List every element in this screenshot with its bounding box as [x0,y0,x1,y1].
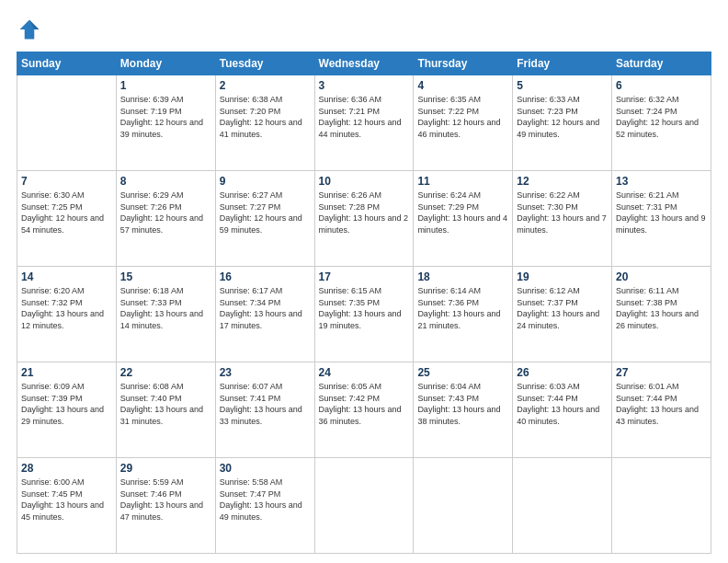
calendar-cell: 5Sunrise: 6:33 AMSunset: 7:23 PMDaylight… [513,75,612,171]
cell-info: Sunrise: 6:11 AMSunset: 7:38 PMDaylight:… [616,285,707,331]
day-number: 5 [517,79,608,92]
cell-info: Sunrise: 6:14 AMSunset: 7:36 PMDaylight:… [417,285,508,331]
calendar-cell: 17Sunrise: 6:15 AMSunset: 7:35 PMDayligh… [314,267,414,362]
cell-info: Sunrise: 6:39 AMSunset: 7:19 PMDaylight:… [120,94,211,140]
calendar-day-header: Monday [116,52,215,75]
calendar-cell: 6Sunrise: 6:32 AMSunset: 7:24 PMDaylight… [612,75,711,171]
day-number: 23 [220,366,311,379]
calendar-cell: 21Sunrise: 6:09 AMSunset: 7:39 PMDayligh… [17,362,117,458]
calendar-cell: 25Sunrise: 6:04 AMSunset: 7:43 PMDayligh… [414,362,513,458]
calendar-cell: 10Sunrise: 6:26 AMSunset: 7:28 PMDayligh… [314,171,414,267]
calendar-week-row: 1Sunrise: 6:39 AMSunset: 7:19 PMDaylight… [17,75,711,171]
calendar-cell: 12Sunrise: 6:22 AMSunset: 7:30 PMDayligh… [513,171,612,267]
day-number: 4 [417,79,508,92]
day-number: 16 [220,270,311,283]
day-number: 1 [120,79,211,92]
day-number: 14 [21,270,112,283]
calendar-cell [612,458,711,554]
day-number: 13 [616,175,707,188]
day-number: 29 [120,462,211,475]
cell-info: Sunrise: 6:22 AMSunset: 7:30 PMDaylight:… [517,190,608,236]
calendar-cell: 4Sunrise: 6:35 AMSunset: 7:22 PMDaylight… [414,75,513,171]
day-number: 21 [21,366,112,379]
day-number: 9 [220,175,311,188]
cell-info: Sunrise: 6:26 AMSunset: 7:28 PMDaylight:… [319,190,410,236]
cell-info: Sunrise: 6:15 AMSunset: 7:35 PMDaylight:… [319,285,410,331]
header [17,17,711,42]
calendar-cell: 7Sunrise: 6:30 AMSunset: 7:25 PMDaylight… [17,171,117,267]
cell-info: Sunrise: 6:03 AMSunset: 7:44 PMDaylight:… [517,381,608,427]
day-number: 15 [120,270,211,283]
cell-info: Sunrise: 6:01 AMSunset: 7:44 PMDaylight:… [616,381,707,427]
calendar-cell: 23Sunrise: 6:07 AMSunset: 7:41 PMDayligh… [215,362,314,458]
day-number: 30 [220,462,311,475]
calendar-day-header: Sunday [17,52,117,75]
day-number: 22 [120,366,211,379]
day-number: 2 [220,79,311,92]
cell-info: Sunrise: 5:59 AMSunset: 7:46 PMDaylight:… [120,477,211,523]
day-number: 27 [616,366,707,379]
calendar-day-header: Tuesday [215,52,314,75]
cell-info: Sunrise: 6:20 AMSunset: 7:32 PMDaylight:… [21,285,112,331]
calendar-cell [17,75,117,171]
calendar-day-header: Saturday [612,52,711,75]
logo [17,17,46,42]
calendar-cell: 14Sunrise: 6:20 AMSunset: 7:32 PMDayligh… [17,267,117,362]
day-number: 6 [616,79,707,92]
cell-info: Sunrise: 5:58 AMSunset: 7:47 PMDaylight:… [220,477,311,523]
calendar-cell: 18Sunrise: 6:14 AMSunset: 7:36 PMDayligh… [414,267,513,362]
calendar-cell [513,458,612,554]
calendar-week-row: 14Sunrise: 6:20 AMSunset: 7:32 PMDayligh… [17,267,711,362]
day-number: 25 [417,366,508,379]
cell-info: Sunrise: 6:00 AMSunset: 7:45 PMDaylight:… [21,477,112,523]
calendar-cell: 22Sunrise: 6:08 AMSunset: 7:40 PMDayligh… [116,362,215,458]
cell-info: Sunrise: 6:12 AMSunset: 7:37 PMDaylight:… [517,285,608,331]
cell-info: Sunrise: 6:09 AMSunset: 7:39 PMDaylight:… [21,381,112,427]
calendar-week-row: 28Sunrise: 6:00 AMSunset: 7:45 PMDayligh… [17,458,711,554]
cell-info: Sunrise: 6:08 AMSunset: 7:40 PMDaylight:… [120,381,211,427]
calendar-cell [314,458,414,554]
calendar-cell: 28Sunrise: 6:00 AMSunset: 7:45 PMDayligh… [17,458,117,554]
calendar-cell: 27Sunrise: 6:01 AMSunset: 7:44 PMDayligh… [612,362,711,458]
cell-info: Sunrise: 6:07 AMSunset: 7:41 PMDaylight:… [220,381,311,427]
calendar-cell: 13Sunrise: 6:21 AMSunset: 7:31 PMDayligh… [612,171,711,267]
calendar-cell: 29Sunrise: 5:59 AMSunset: 7:46 PMDayligh… [116,458,215,554]
calendar-week-row: 7Sunrise: 6:30 AMSunset: 7:25 PMDaylight… [17,171,711,267]
cell-info: Sunrise: 6:29 AMSunset: 7:26 PMDaylight:… [120,190,211,236]
day-number: 12 [517,175,608,188]
calendar-cell: 3Sunrise: 6:36 AMSunset: 7:21 PMDaylight… [314,75,414,171]
calendar-table: SundayMondayTuesdayWednesdayThursdayFrid… [17,52,711,554]
cell-info: Sunrise: 6:24 AMSunset: 7:29 PMDaylight:… [417,190,508,236]
day-number: 17 [319,270,410,283]
calendar-cell: 9Sunrise: 6:27 AMSunset: 7:27 PMDaylight… [215,171,314,267]
calendar-week-row: 21Sunrise: 6:09 AMSunset: 7:39 PMDayligh… [17,362,711,458]
cell-info: Sunrise: 6:05 AMSunset: 7:42 PMDaylight:… [319,381,410,427]
page: SundayMondayTuesdayWednesdayThursdayFrid… [0,0,728,563]
calendar-cell: 24Sunrise: 6:05 AMSunset: 7:42 PMDayligh… [314,362,414,458]
calendar-cell: 11Sunrise: 6:24 AMSunset: 7:29 PMDayligh… [414,171,513,267]
calendar-header-row: SundayMondayTuesdayWednesdayThursdayFrid… [17,52,711,75]
cell-info: Sunrise: 6:17 AMSunset: 7:34 PMDaylight:… [220,285,311,331]
day-number: 28 [21,462,112,475]
cell-info: Sunrise: 6:36 AMSunset: 7:21 PMDaylight:… [319,94,410,140]
calendar-cell [414,458,513,554]
day-number: 11 [417,175,508,188]
day-number: 18 [417,270,508,283]
day-number: 10 [319,175,410,188]
calendar-day-header: Friday [513,52,612,75]
calendar-cell: 20Sunrise: 6:11 AMSunset: 7:38 PMDayligh… [612,267,711,362]
cell-info: Sunrise: 6:21 AMSunset: 7:31 PMDaylight:… [616,190,707,236]
cell-info: Sunrise: 6:38 AMSunset: 7:20 PMDaylight:… [220,94,311,140]
day-number: 8 [120,175,211,188]
calendar-cell: 19Sunrise: 6:12 AMSunset: 7:37 PMDayligh… [513,267,612,362]
cell-info: Sunrise: 6:33 AMSunset: 7:23 PMDaylight:… [517,94,608,140]
day-number: 19 [517,270,608,283]
day-number: 3 [319,79,410,92]
cell-info: Sunrise: 6:30 AMSunset: 7:25 PMDaylight:… [21,190,112,236]
cell-info: Sunrise: 6:32 AMSunset: 7:24 PMDaylight:… [616,94,707,140]
calendar-cell: 1Sunrise: 6:39 AMSunset: 7:19 PMDaylight… [116,75,215,171]
calendar-day-header: Wednesday [314,52,414,75]
cell-info: Sunrise: 6:18 AMSunset: 7:33 PMDaylight:… [120,285,211,331]
day-number: 24 [319,366,410,379]
calendar-cell: 15Sunrise: 6:18 AMSunset: 7:33 PMDayligh… [116,267,215,362]
